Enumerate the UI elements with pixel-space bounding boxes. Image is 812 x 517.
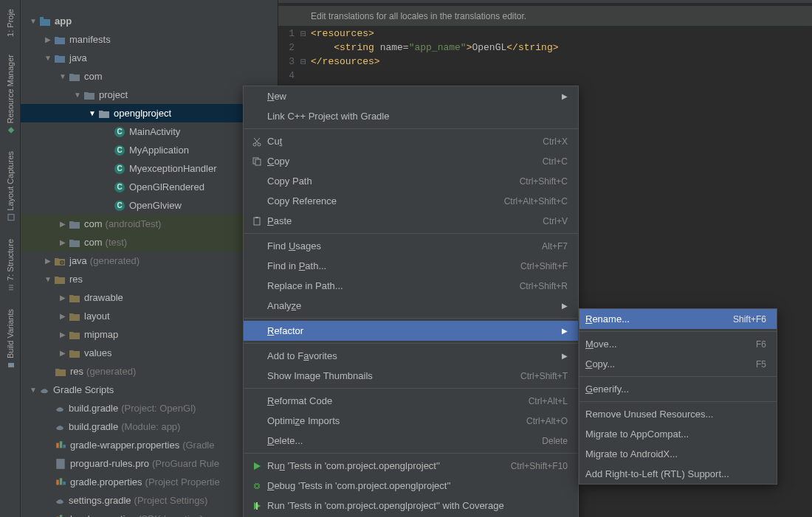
- menu-add-to-favorites[interactable]: Add to Favorites▶: [244, 346, 578, 366]
- folder-icon: [54, 52, 66, 64]
- submenu-remove-unused[interactable]: Remove Unused Resources...: [579, 404, 777, 424]
- submenu-generify[interactable]: Generify...: [579, 379, 777, 399]
- tree-item-mainactivity[interactable]: C MainActivity: [21, 122, 278, 141]
- code-editor[interactable]: 1 ⊟ <resources> 2 <string name="app_name…: [278, 27, 812, 84]
- tool-layout-captures[interactable]: Layout Captures: [6, 142, 15, 230]
- gradle-file-icon: [55, 403, 65, 414]
- tree-item-java[interactable]: ▼ java: [21, 49, 278, 67]
- tree-item-com-test[interactable]: ▶ com (test): [21, 233, 278, 251]
- tree-item-build-gradle-2[interactable]: build.gradle (Module: app): [21, 417, 278, 436]
- menu-reformat-code[interactable]: Reformat CodeCtrl+Alt+L: [244, 391, 578, 411]
- chevron-down-icon: ▼: [74, 91, 81, 99]
- tree-item-mipmap[interactable]: ▶ mipmap: [21, 325, 278, 344]
- file-icon: [55, 458, 66, 470]
- menu-delete[interactable]: Delete...Delete: [244, 431, 578, 451]
- menu-copy-path[interactable]: Copy PathCtrl+Shift+C: [244, 171, 578, 191]
- class-icon: C: [114, 163, 125, 175]
- code-token: <resources>: [311, 28, 374, 39]
- class-icon: C: [114, 126, 125, 138]
- menu-find-in-path[interactable]: Find in Path...Ctrl+Shift+F: [244, 256, 578, 276]
- menu-new[interactable]: New▶: [244, 86, 578, 106]
- tree-item-res-generated[interactable]: res (generated): [21, 362, 278, 381]
- tree-item-myapplication[interactable]: C MyApplication: [21, 141, 278, 159]
- chevron-down-icon: ▼: [44, 54, 52, 62]
- chevron-right-icon: ▶: [59, 294, 66, 302]
- tree-item-openglproject[interactable]: ▼ openglproject: [21, 104, 278, 122]
- tree-item-proguard[interactable]: proguard-rules.pro (ProGuard Rule: [21, 454, 278, 473]
- menu-separator: [244, 343, 578, 344]
- submenu-copy[interactable]: Copy...F5: [579, 354, 777, 374]
- tree-label: res: [69, 274, 83, 285]
- tree-label: com: [84, 71, 103, 82]
- tree-item-res[interactable]: ▼ res: [21, 270, 278, 288]
- tree-item-local-properties[interactable]: local.properties (SDK Location): [21, 510, 278, 517]
- tree-label-suffix: (Gradle: [182, 440, 214, 451]
- tree-item-openglview[interactable]: C OpenGlview: [21, 196, 278, 215]
- menu-debug-tests[interactable]: Debug 'Tests in 'com.project.openglproje…: [244, 476, 578, 496]
- folder-icon: [69, 329, 80, 341]
- menu-separator: [244, 233, 578, 234]
- menu-cut[interactable]: CutCtrl+X: [244, 131, 578, 151]
- submenu-migrate-androidx[interactable]: Migrate to AndroidX...: [579, 444, 777, 464]
- tool-project[interactable]: 1: Proje: [6, 0, 15, 46]
- tree-item-com-androidtest[interactable]: ▶ com (androidTest): [21, 215, 278, 233]
- structure-icon: [7, 284, 14, 291]
- menu-copy-reference[interactable]: Copy ReferenceCtrl+Alt+Shift+C: [244, 191, 578, 211]
- menu-find-usages[interactable]: Find UsagesAlt+F7: [244, 236, 578, 256]
- tree-label: res: [70, 366, 83, 377]
- tree-item-com[interactable]: ▼ com: [21, 67, 278, 86]
- tree-item-openglrendered[interactable]: C OpenGlRendered: [21, 178, 278, 196]
- tree-item-gradle-scripts[interactable]: ▼ Gradle Scripts: [21, 381, 278, 399]
- tree-label: gradle-wrapper.properties: [70, 440, 179, 451]
- tree-label: project: [99, 89, 128, 100]
- tree-item-gradle-properties[interactable]: gradle.properties (Project Propertie: [21, 473, 278, 491]
- folder-icon: [55, 366, 66, 378]
- translations-hint[interactable]: Edit translations for all locales in the…: [278, 6, 812, 27]
- svg-rect-11: [63, 481, 65, 485]
- menu-copy[interactable]: CopyCtrl+C: [244, 151, 578, 171]
- tree-item-drawable[interactable]: ▶ drawable: [21, 288, 278, 307]
- tool-build-variants[interactable]: Build Variants: [6, 300, 15, 378]
- package-icon: [69, 237, 80, 249]
- left-toolstrip: 1: Proje Resource Manager Layout Capture…: [0, 0, 21, 517]
- tree-item-java-generated[interactable]: ▶ java (generated): [21, 251, 278, 270]
- svg-point-16: [258, 143, 261, 146]
- menu-paste[interactable]: PasteCtrl+V: [244, 211, 578, 231]
- folder-icon: [69, 347, 80, 359]
- submenu-move[interactable]: Move...F6: [579, 334, 777, 354]
- tree-item-app[interactable]: ▼ app: [21, 12, 278, 30]
- tree-label: openglproject: [114, 108, 171, 119]
- tree-item-project[interactable]: ▼ project: [21, 86, 278, 104]
- cut-icon: [250, 136, 264, 147]
- submenu-add-rtl[interactable]: Add Right-to-Left (RTL) Support...: [579, 464, 777, 484]
- menu-show-thumbnails[interactable]: Show Image ThumbnailsCtrl+Shift+T: [244, 366, 578, 386]
- chevron-down-icon: ▼: [30, 386, 37, 394]
- tree-item-build-gradle-1[interactable]: build.gradle (Project: OpenGl): [21, 399, 278, 417]
- submenu-rename[interactable]: Rename...Shift+F6: [579, 309, 777, 329]
- tree-label-suffix: (SDK Location): [138, 513, 203, 517]
- menu-run-tests[interactable]: Run 'Tests in 'com.project.openglproject…: [244, 456, 578, 476]
- menu-separator: [579, 376, 777, 377]
- tree-item-myexceptionhandler[interactable]: C MyexceptionHandler: [21, 159, 278, 178]
- tool-structure[interactable]: 7: Structure: [6, 230, 15, 300]
- menu-replace-in-path[interactable]: Replace in Path...Ctrl+Shift+R: [244, 276, 578, 296]
- tree-item-layout[interactable]: ▶ layout: [21, 307, 278, 325]
- menu-analyze[interactable]: Analyze▶: [244, 296, 578, 316]
- menu-separator: [244, 318, 578, 319]
- tree-item-settings-gradle[interactable]: settings.gradle (Project Settings): [21, 491, 278, 510]
- fold-icon[interactable]: ⊟: [300, 56, 311, 70]
- tool-resource-manager[interactable]: Resource Manager: [6, 46, 15, 143]
- menu-run-coverage[interactable]: Run 'Tests in 'com.project.openglproject…: [244, 496, 578, 516]
- tree-item-manifests[interactable]: ▶ manifests: [21, 30, 278, 49]
- chevron-right-icon: ▶: [562, 352, 568, 360]
- fold-icon[interactable]: ⊟: [300, 28, 311, 42]
- submenu-migrate-appcompat[interactable]: Migrate to AppCompat...: [579, 424, 777, 444]
- menu-optimize-imports[interactable]: Optimize ImportsCtrl+Alt+O: [244, 411, 578, 431]
- tree-item-values[interactable]: ▶ values: [21, 344, 278, 362]
- run-icon: [250, 462, 264, 471]
- tree-label-suffix: (test): [106, 237, 128, 248]
- menu-refactor[interactable]: Refactor▶: [244, 321, 578, 341]
- tree-item-gradle-wrapper[interactable]: gradle-wrapper.properties (Gradle: [21, 436, 278, 454]
- chevron-right-icon: ▶: [44, 35, 52, 44]
- menu-link-cpp[interactable]: Link C++ Project with Gradle: [244, 106, 578, 126]
